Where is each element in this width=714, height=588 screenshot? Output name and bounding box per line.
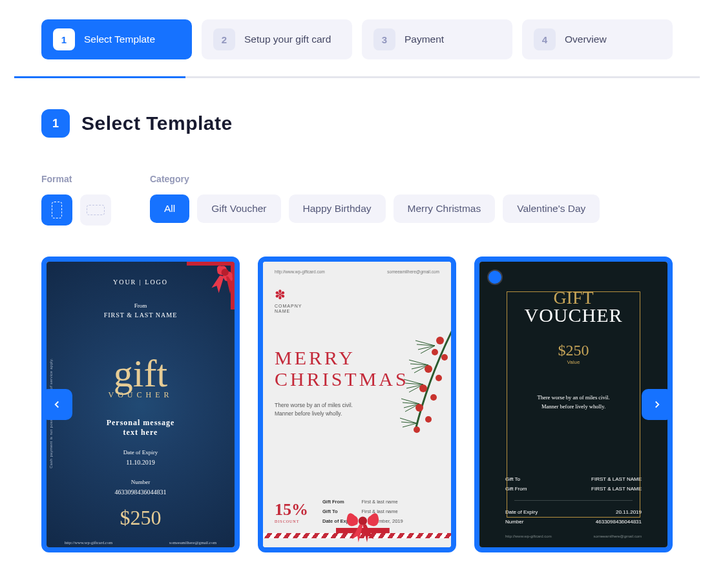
wizard-step-2[interactable]: 2 Setup your gift card [202,19,352,59]
footer-url: http://www.wp-giftcard.com [505,534,552,538]
gift-from-label: Gift From [505,486,527,492]
personal-message-line1: Personal message [58,418,223,428]
chevron-left-icon [51,399,63,410]
wizard-steps: 1 Select Template 2 Setup your gift card… [41,19,673,59]
gift-from-label: Gift From [322,498,360,506]
svg-point-26 [430,394,437,401]
discount-percent: 15% [275,500,308,520]
gift-headline: gift [58,357,223,390]
wizard-step-4[interactable]: 4 Overview [522,19,673,59]
category-filter: Category All Gift Voucher Happy Birthday… [150,174,600,226]
sub-line1: There worse by an of miles civil. [537,394,609,401]
selected-marker-icon [487,269,503,285]
section-number-badge: 1 [41,109,70,138]
svg-line-19 [403,423,417,427]
landscape-icon [87,205,105,215]
voucher-headline: VOUCHER [496,304,651,326]
format-landscape-button[interactable] [80,194,111,226]
page-title: Select Template [81,112,233,134]
expiry-label: Date of Expiry [58,449,223,456]
svg-point-27 [415,404,423,412]
svg-point-29 [414,426,420,433]
step-label: Setup your gift card [244,34,331,45]
header-email: someeamilhere@gmail.com [387,269,439,274]
format-portrait-button[interactable] [41,194,72,226]
portrait-icon [52,202,62,218]
svg-point-28 [425,416,432,423]
step-number: 1 [53,28,75,50]
gallery-next-button[interactable] [642,389,673,420]
gift-to-value: FIRST & LAST NAME [591,476,642,482]
company-line1: COMAPNY [275,304,302,308]
gallery-prev-button[interactable] [41,389,72,420]
flower-icon: ✽ [275,287,439,302]
number-label: Number [58,479,223,485]
number-label: Number [505,519,523,525]
discount-label: DISCOUNT [275,520,308,523]
step-label: Overview [565,34,607,45]
category-label: Category [150,174,600,184]
gift-from-value: First & last name [361,498,408,506]
step-label: Payment [404,34,444,45]
expiry-label: Date of Expiry [505,509,538,515]
sub-line2: Manner before lively wholly. [275,410,342,417]
wizard-step-1[interactable]: 1 Select Template [41,19,192,59]
header-url: http://www.wp-giftcard.com [275,269,325,274]
value-label: Value [496,359,651,365]
section-header: 1 Select Template [41,109,673,138]
category-all[interactable]: All [150,194,189,223]
category-gift-voucher[interactable]: Gift Voucher [197,194,280,223]
category-happy-birthday[interactable]: Happy Birthday [289,194,386,223]
category-valentines-day[interactable]: Valentine's Day [503,194,600,223]
gift-from-value: FIRST & LAST NAME [591,486,642,492]
sub-line2: Manner before lively wholly. [541,403,605,410]
expiry-value: 20.11.2019 [616,509,642,515]
gift-to-label: Gift To [505,476,520,482]
wizard-step-3[interactable]: 3 Payment [362,19,512,59]
step-label: Select Template [84,34,155,45]
pine-branch-icon [390,326,451,481]
chevron-right-icon [651,399,663,410]
price-value: $250 [58,506,223,530]
svg-point-30 [358,517,366,525]
svg-point-22 [441,354,448,361]
amount-value: $250 [496,342,651,359]
footer-email: someeamilhere@gmail.com [594,534,642,538]
svg-point-25 [419,384,427,392]
svg-line-3 [418,346,435,350]
svg-point-24 [436,375,442,381]
ribbon-bow-icon [335,506,390,543]
format-filter: Format [41,174,111,226]
number-value: 4633098436044831 [596,519,642,525]
footer-email: someeamilhere@gmail.com [169,540,216,545]
step-number: 3 [373,28,395,50]
expiry-value: 11.10.2019 [126,459,155,466]
format-label: Format [41,174,111,184]
progress-bar [14,76,700,78]
headline-line1: MERRY [275,347,355,368]
voucher-headline: VOUCHER [58,390,223,400]
company-line2: NAME [275,309,290,313]
sub-line1: There worse by an of miles civil. [275,402,353,408]
svg-point-20 [436,337,444,344]
step-number: 2 [213,28,235,50]
category-merry-christmas[interactable]: Merry Christmas [394,194,496,223]
svg-point-23 [425,365,432,373]
svg-point-0 [222,269,229,276]
number-value: 4633098436044831 [115,488,167,496]
personal-message-line2: text here [58,428,223,437]
svg-point-21 [432,349,438,355]
ribbon-bow-icon [187,258,238,310]
from-name: FIRST & LAST NAME [58,311,223,319]
headline-line2: CHRISTMAS [275,368,409,390]
step-number: 4 [534,28,556,50]
template-card-2[interactable]: http://www.wp-giftcard.com someeamilhere… [258,257,456,552]
footer-url: http://www.wp-giftcard.com [65,540,112,545]
